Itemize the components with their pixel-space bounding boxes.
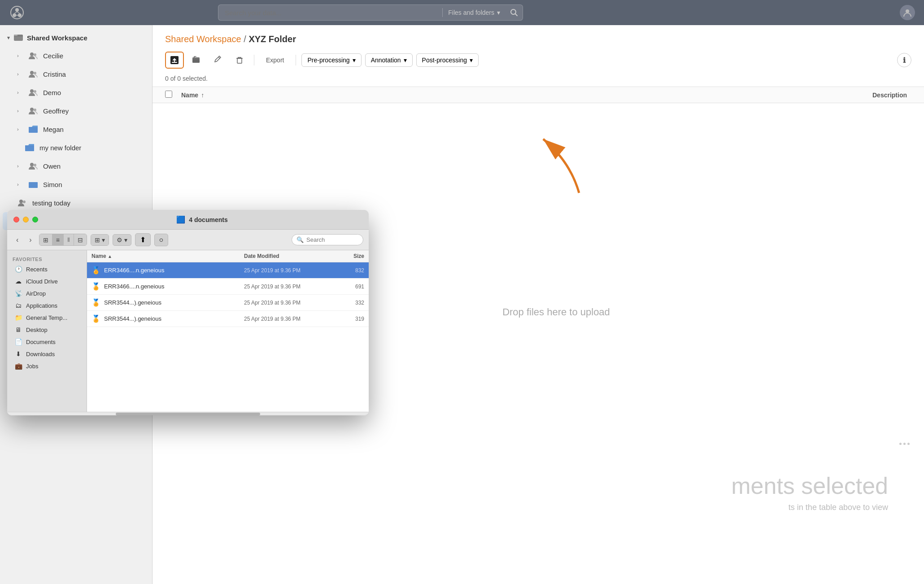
search-input[interactable] (218, 9, 442, 17)
sidebar-label-demo: Demo (43, 89, 61, 96)
chevron-right-icon: › (17, 53, 23, 58)
share-button[interactable]: ⬆ (135, 233, 151, 246)
info-button[interactable]: ℹ (897, 53, 911, 67)
sidebar-label-geoffrey: Geoffrey (43, 107, 69, 115)
svg-point-23 (34, 164, 36, 166)
finder-sidebar-downloads[interactable]: ⬇ Downloads (9, 348, 85, 360)
forward-button[interactable]: › (26, 234, 35, 246)
sidebar-item-cristina[interactable]: › Cristina (3, 65, 149, 83)
finder-search-box[interactable]: 🔍 (292, 234, 363, 245)
finder-scrollbar[interactable] (7, 412, 369, 415)
preprocessing-label: Pre-processing (307, 57, 349, 64)
airdrop-icon: 📡 (14, 290, 22, 297)
svg-point-18 (30, 108, 34, 111)
geneious-file-icon: 🏅 (92, 282, 100, 291)
window-close-button[interactable] (13, 217, 19, 222)
back-button[interactable]: ‹ (13, 234, 22, 246)
delete-button[interactable] (231, 52, 248, 68)
chevron-down-icon: ▾ (353, 57, 356, 64)
edit-button[interactable] (209, 52, 227, 68)
finder-sidebar-airdrop[interactable]: 📡 AirDrop (9, 288, 85, 299)
tag-button[interactable]: ○ (154, 234, 169, 246)
search-submit-button[interactable] (506, 9, 523, 17)
svg-rect-11 (14, 35, 17, 36)
upload-button[interactable] (165, 52, 184, 69)
sidebar-label-owen: Owen (43, 162, 61, 170)
file-row-2[interactable]: 🏅 ERR3466....n.geneious 25 Apr 2019 at 9… (87, 279, 369, 295)
avatar[interactable] (900, 5, 915, 20)
svg-rect-21 (25, 145, 34, 151)
sidebar-item-my-new-folder[interactable]: my new folder (3, 139, 149, 157)
column-view-button[interactable]: ⦀ (64, 234, 74, 245)
select-all-checkbox[interactable] (165, 91, 176, 99)
finder-sidebar: Favorites 🕐 Recents ☁ iCloud Drive 📡 Air… (7, 250, 87, 412)
date-col-header[interactable]: Date Modified (244, 253, 334, 259)
folder-icon (28, 179, 39, 190)
sidebar-item-demo[interactable]: › Demo (3, 83, 149, 101)
postprocessing-dropdown[interactable]: Post-processing ▾ (416, 53, 479, 67)
postprocessing-label: Post-processing (422, 57, 467, 64)
geneious-file-icon: 🏅 (92, 314, 100, 323)
finder-title: 🟦 4 documents (42, 215, 362, 224)
downloads-icon: ⬇ (14, 350, 22, 357)
window-maximize-button[interactable] (32, 217, 38, 222)
size-col-header[interactable]: Size (337, 253, 364, 259)
svg-line-5 (17, 12, 20, 13)
icloud-label: iCloud Drive (26, 278, 58, 285)
finder-search-input[interactable] (306, 236, 358, 243)
svg-line-4 (14, 12, 17, 13)
chevron-right-icon: › (17, 108, 23, 113)
sidebar-item-owen[interactable]: › Owen (3, 157, 149, 175)
finder-sidebar-desktop[interactable]: 🖥 Desktop (9, 324, 85, 336)
file-row-1[interactable]: 🏅 ERR3466....n.geneious 25 Apr 2019 at 9… (87, 262, 369, 279)
svg-point-15 (34, 72, 36, 74)
folder-icon: 📁 (14, 314, 22, 321)
finder-sidebar-jobs[interactable]: 💼 Jobs (9, 360, 85, 372)
list-view-button[interactable]: ≡ (52, 234, 64, 245)
sidebar-item-geoffrey[interactable]: › Geoffrey (3, 102, 149, 120)
sidebar-item-simon[interactable]: › Simon (3, 175, 149, 193)
toolbar: Export Pre-processing ▾ Annotation ▾ Pos… (165, 52, 911, 69)
finder-sidebar-documents[interactable]: 📄 Documents (9, 336, 85, 348)
export-button[interactable]: Export (260, 53, 290, 67)
breadcrumb-parent[interactable]: Shared Workspace (165, 34, 241, 44)
more-options-button[interactable] (899, 443, 910, 445)
finder-sidebar-recents[interactable]: 🕐 Recents (9, 263, 85, 275)
action-button[interactable]: ⚙ ▾ (113, 234, 131, 246)
sidebar-item-megan[interactable]: › Megan (3, 120, 149, 138)
sidebar-section-shared-workspace[interactable]: ▾ Shared Workspace (0, 30, 152, 46)
svg-rect-24 (29, 182, 38, 188)
finder-scrollbar-thumb[interactable] (116, 413, 260, 415)
sidebar-item-testing-today[interactable]: testing today (3, 194, 149, 212)
downloads-label: Downloads (26, 351, 55, 357)
finder-sidebar-applications[interactable]: 🗂 Applications (9, 300, 85, 311)
sidebar-item-cecilie[interactable]: › Cecilie (3, 47, 149, 65)
search-type-selector[interactable]: Files and folders ▾ (443, 9, 506, 16)
file-row-4[interactable]: 🏅 SRR3544...).geneious 25 Apr 2019 at 9.… (87, 311, 369, 327)
breadcrumb: Shared Workspace / XYZ Folder (165, 34, 911, 44)
toolbar-separator-2 (296, 55, 296, 65)
file-row-3[interactable]: 🏅 SRR3544...).geneious 25 Apr 2019 at 9.… (87, 295, 369, 311)
preprocessing-dropdown[interactable]: Pre-processing ▾ (301, 53, 361, 67)
gallery-view-button[interactable]: ⊟ (74, 234, 87, 245)
search-icon: 🔍 (296, 236, 304, 243)
name-column-header[interactable]: Name ↑ (181, 92, 816, 99)
file-name-2: 🏅 ERR3466....n.geneious (92, 282, 240, 291)
icon-view-button[interactable]: ⊞ (39, 234, 52, 245)
global-search-bar[interactable]: Files and folders ▾ (218, 4, 523, 21)
geneious-file-icon: 🏅 (92, 298, 100, 307)
chevron-right-icon: › (17, 90, 23, 95)
finder-sidebar-icloud[interactable]: ☁ iCloud Drive (9, 275, 85, 287)
desktop-label: Desktop (26, 327, 48, 333)
breadcrumb-current: XYZ Folder (248, 34, 296, 44)
move-button[interactable] (187, 52, 205, 68)
annotation-dropdown[interactable]: Annotation ▾ (365, 53, 413, 67)
chevron-down-icon: ▾ (404, 57, 407, 64)
finder-sidebar-general-temp[interactable]: 📁 General Temp... (9, 312, 85, 323)
drop-arrow-icon (507, 126, 588, 197)
topbar: Files and folders ▾ (0, 0, 924, 25)
name-col-header[interactable]: Name ▲ (92, 253, 240, 259)
svg-point-1 (15, 8, 19, 12)
arrange-button[interactable]: ⊞ ▾ (91, 235, 109, 245)
window-minimize-button[interactable] (23, 217, 29, 222)
